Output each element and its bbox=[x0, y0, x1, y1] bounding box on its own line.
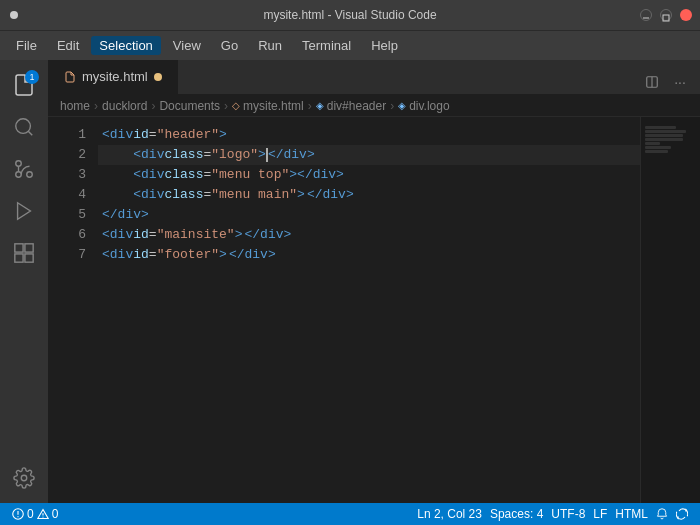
svg-rect-1 bbox=[663, 15, 669, 21]
html-file-icon bbox=[64, 71, 76, 83]
breadcrumb-ducklord[interactable]: ducklord bbox=[102, 99, 147, 113]
encoding-status[interactable]: UTF-8 bbox=[547, 503, 589, 525]
activity-bar: 1 bbox=[0, 60, 48, 503]
svg-point-12 bbox=[21, 475, 27, 481]
minimap bbox=[640, 117, 700, 503]
menu-run[interactable]: Run bbox=[250, 36, 290, 55]
svg-marker-7 bbox=[18, 203, 31, 220]
element-icon-2: ◈ bbox=[398, 100, 406, 111]
tab-bar: mysite.html ··· bbox=[48, 60, 700, 95]
main-layout: 1 bbox=[0, 60, 700, 503]
error-icon bbox=[12, 508, 24, 520]
code-line-4: <div class="menu main"></div> bbox=[98, 185, 640, 205]
code-line-5: </div> bbox=[98, 205, 640, 225]
code-line-6: <div id="mainsite"></div> bbox=[98, 225, 640, 245]
encoding-text: UTF-8 bbox=[551, 507, 585, 521]
menu-selection[interactable]: Selection bbox=[91, 36, 160, 55]
svg-rect-9 bbox=[25, 244, 33, 252]
warning-icon bbox=[37, 508, 49, 520]
menu-file[interactable]: File bbox=[8, 36, 45, 55]
language-text: HTML bbox=[615, 507, 648, 521]
status-right: Ln 2, Col 23 Spaces: 4 UTF-8 LF HTML bbox=[413, 503, 692, 525]
svg-point-5 bbox=[16, 161, 22, 167]
title-dot bbox=[10, 11, 18, 19]
editor-tab[interactable]: mysite.html bbox=[48, 60, 179, 94]
code-editor[interactable]: <div id="header"> <div class="logo"></di… bbox=[98, 117, 640, 503]
breadcrumb-logo[interactable]: ◈ div.logo bbox=[398, 99, 449, 113]
tab-modified-dot bbox=[154, 73, 162, 81]
status-bar: 0 0 Ln 2, Col 23 Spaces: 4 UTF-8 LF HTML bbox=[0, 503, 700, 525]
tab-actions: ··· bbox=[640, 70, 700, 94]
maximize-button[interactable] bbox=[660, 9, 672, 21]
errors-status[interactable]: 0 0 bbox=[8, 503, 62, 525]
svg-point-19 bbox=[42, 516, 43, 517]
files-icon[interactable]: 1 bbox=[7, 68, 41, 102]
svg-line-3 bbox=[28, 131, 32, 135]
source-control-icon[interactable] bbox=[7, 152, 41, 186]
language-status[interactable]: HTML bbox=[611, 503, 652, 525]
settings-icon[interactable] bbox=[7, 461, 41, 495]
close-button[interactable] bbox=[680, 9, 692, 21]
menu-view[interactable]: View bbox=[165, 36, 209, 55]
extensions-icon[interactable] bbox=[7, 236, 41, 270]
breadcrumb-file[interactable]: ◇ mysite.html bbox=[232, 99, 304, 113]
tab-filename: mysite.html bbox=[82, 69, 148, 84]
menu-edit[interactable]: Edit bbox=[49, 36, 87, 55]
breadcrumb: home › ducklord › Documents › ◇ mysite.h… bbox=[48, 95, 700, 117]
breadcrumb-documents[interactable]: Documents bbox=[159, 99, 220, 113]
sync-icon bbox=[676, 508, 688, 520]
title-bar: mysite.html - Visual Studio Code bbox=[0, 0, 700, 30]
line-ending-status[interactable]: LF bbox=[589, 503, 611, 525]
svg-rect-8 bbox=[15, 244, 23, 252]
svg-point-6 bbox=[16, 172, 22, 178]
code-line-3: <div class="menu top"></div> bbox=[98, 165, 640, 185]
files-badge: 1 bbox=[25, 70, 39, 84]
file-icon: ◇ bbox=[232, 100, 240, 111]
code-line-7: <div id="footer"></div> bbox=[98, 245, 640, 265]
svg-rect-10 bbox=[15, 254, 23, 262]
title-bar-controls bbox=[640, 9, 692, 21]
svg-point-17 bbox=[17, 516, 18, 517]
title-bar-text: mysite.html - Visual Studio Code bbox=[263, 8, 436, 22]
notifications-status[interactable] bbox=[652, 503, 672, 525]
code-area[interactable]: 1 2 3 4 5 6 7 <div id="header"> <div cla… bbox=[48, 117, 700, 503]
spaces-text: Spaces: 4 bbox=[490, 507, 543, 521]
breadcrumb-home[interactable]: home bbox=[60, 99, 90, 113]
menu-help[interactable]: Help bbox=[363, 36, 406, 55]
status-left: 0 0 bbox=[8, 503, 62, 525]
element-icon: ◈ bbox=[316, 100, 324, 111]
code-line-1: <div id="header"> bbox=[98, 125, 640, 145]
debug-icon[interactable] bbox=[7, 194, 41, 228]
breadcrumb-header[interactable]: ◈ div#header bbox=[316, 99, 386, 113]
minimap-content bbox=[641, 117, 700, 162]
menu-bar: File Edit Selection View Go Run Terminal… bbox=[0, 30, 700, 60]
split-editor-button[interactable] bbox=[640, 70, 664, 94]
error-count: 0 bbox=[27, 507, 34, 521]
svg-point-2 bbox=[16, 119, 31, 134]
bell-icon bbox=[656, 508, 668, 520]
spaces-status[interactable]: Spaces: 4 bbox=[486, 503, 547, 525]
minimize-button[interactable] bbox=[640, 9, 652, 21]
search-icon[interactable] bbox=[7, 110, 41, 144]
warning-count: 0 bbox=[52, 507, 59, 521]
editor-area: mysite.html ··· home › ducklord › Docume… bbox=[48, 60, 700, 503]
position-text: Ln 2, Col 23 bbox=[417, 507, 482, 521]
menu-terminal[interactable]: Terminal bbox=[294, 36, 359, 55]
line-ending-text: LF bbox=[593, 507, 607, 521]
cursor-position[interactable]: Ln 2, Col 23 bbox=[413, 503, 486, 525]
svg-point-4 bbox=[27, 172, 33, 178]
sync-status[interactable] bbox=[672, 503, 692, 525]
more-actions-button[interactable]: ··· bbox=[668, 70, 692, 94]
svg-rect-11 bbox=[25, 254, 33, 262]
code-line-2: <div class="logo"></div> bbox=[98, 145, 640, 165]
menu-go[interactable]: Go bbox=[213, 36, 246, 55]
line-numbers: 1 2 3 4 5 6 7 bbox=[48, 117, 98, 503]
